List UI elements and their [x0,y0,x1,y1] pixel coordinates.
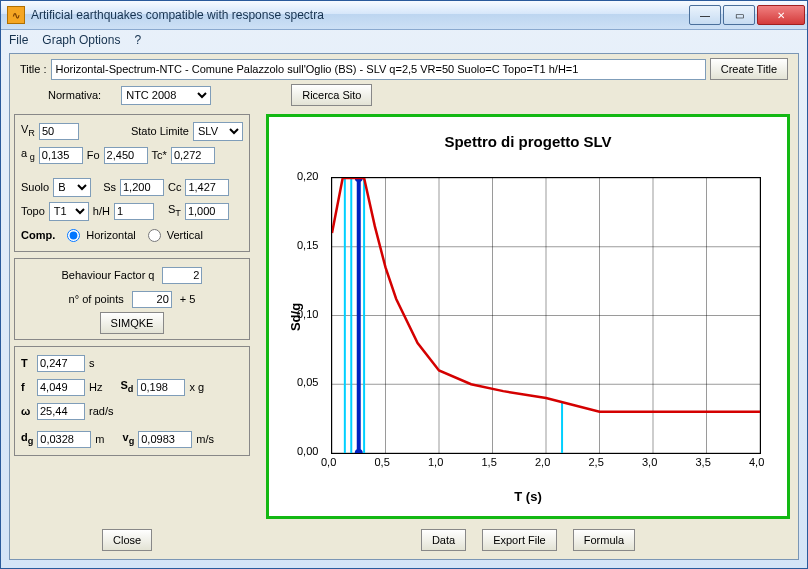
y-tick: 0,00 [297,445,318,457]
fo-input[interactable] [104,147,148,164]
x-axis-label: T (s) [275,489,781,504]
y-tick: 0,20 [297,170,318,182]
x-tick: 3,5 [696,456,711,468]
T-input[interactable] [37,355,85,372]
chart-title: Spettro di progetto SLV [275,133,781,150]
tc-input[interactable] [171,147,215,164]
ag-input[interactable] [39,147,83,164]
menu-file[interactable]: File [9,33,28,47]
maximize-button[interactable]: ▭ [723,5,755,25]
close-window-button[interactable]: ✕ [757,5,805,25]
minimize-button[interactable]: — [689,5,721,25]
st-input[interactable] [185,203,229,220]
results-panel: T s f Hz Sd x g ω rad/s [14,346,250,456]
window-title: Artificial earthquakes compatible with r… [31,8,689,22]
npoints-input[interactable] [132,291,172,308]
y-tick: 0,10 [297,308,318,320]
x-tick: 2,0 [535,456,550,468]
comp-horizontal-radio[interactable] [67,229,80,242]
ricerca-sito-button[interactable]: Ricerca Sito [291,84,372,106]
suolo-select[interactable]: B [53,178,91,197]
topo-select[interactable]: T1 [49,202,89,221]
close-button[interactable]: Close [102,529,152,551]
omega-input[interactable] [37,403,85,420]
hh-input[interactable] [114,203,154,220]
normativa-select[interactable]: NTC 2008 [121,86,211,105]
create-title-button[interactable]: Create Title [710,58,788,80]
title-label: Title : [20,63,47,75]
x-tick: 1,5 [482,456,497,468]
client-area: Title : Create Title Normativa: NTC 2008… [9,53,799,560]
app-icon: ∿ [7,6,25,24]
y-tick: 0,15 [297,239,318,251]
stato-limite-label: Stato Limite [131,125,189,137]
f-input[interactable] [37,379,85,396]
x-tick: 0,5 [375,456,390,468]
x-tick: 3,0 [642,456,657,468]
vg-input[interactable] [138,431,192,448]
cc-input[interactable] [185,179,229,196]
Sd-input[interactable] [137,379,185,396]
title-input[interactable] [51,59,706,80]
svg-point-18 [355,449,363,453]
vr-input[interactable] [39,123,79,140]
x-tick: 1,0 [428,456,443,468]
menu-graph-options[interactable]: Graph Options [42,33,120,47]
dg-input[interactable] [37,431,91,448]
stato-limite-select[interactable]: SLV [193,122,243,141]
chart-panel: Spettro di progetto SLV Sd/g T (s) 0,00,… [266,114,790,519]
y-tick: 0,05 [297,376,318,388]
data-button[interactable]: Data [421,529,466,551]
simqke-panel: Behaviour Factor q n° of points + 5 SIMQ… [14,258,250,340]
comp-vertical-radio[interactable] [148,229,161,242]
plot-area [331,177,761,454]
x-tick: 4,0 [749,456,764,468]
menu-help[interactable]: ? [134,33,141,47]
menubar: File Graph Options ? [1,30,807,50]
x-tick: 2,5 [589,456,604,468]
left-column: VR Stato Limite SLV a g Fo Tc* Suolo [14,114,250,456]
simqke-button[interactable]: SIMQKE [100,312,165,334]
behaviour-factor-input[interactable] [162,267,202,284]
formula-button[interactable]: Formula [573,529,635,551]
ss-input[interactable] [120,179,164,196]
normativa-label: Normativa: [48,89,101,101]
spectrum-params-panel: VR Stato Limite SLV a g Fo Tc* Suolo [14,114,250,252]
app-window: ∿ Artificial earthquakes compatible with… [0,0,808,569]
x-tick: 0,0 [321,456,336,468]
export-file-button[interactable]: Export File [482,529,557,551]
titlebar[interactable]: ∿ Artificial earthquakes compatible with… [1,1,807,30]
